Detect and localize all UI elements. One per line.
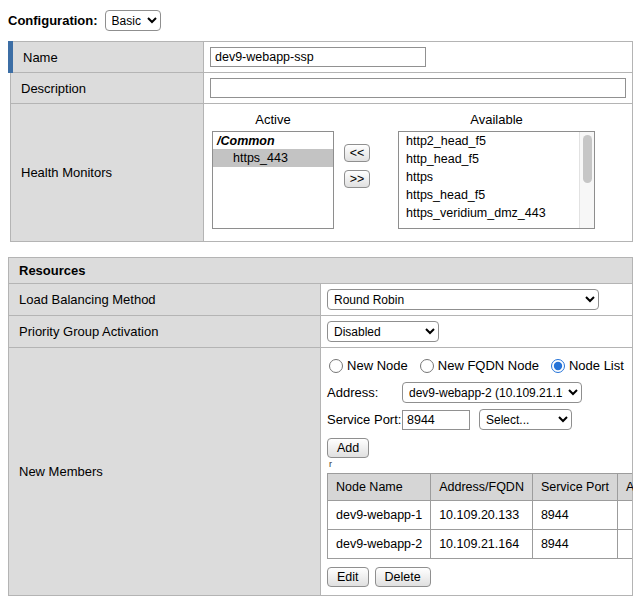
active-monitors-listbox[interactable]: /Common https_443 xyxy=(212,131,334,229)
new-members-radio-group: New Node New FQDN Node Node List xyxy=(327,358,626,373)
member-node-name: dev9-webapp-1 xyxy=(328,501,431,530)
move-to-active-button[interactable]: << xyxy=(344,144,370,162)
service-port-label: Service Port: xyxy=(327,412,402,427)
configuration-label: Configuration: xyxy=(8,13,98,28)
resources-table: Resources Load Balancing Method Round Ro… xyxy=(8,257,633,596)
resources-section-title: Resources xyxy=(9,258,633,284)
members-table-header-row: Node Name Address/FQDN Service Port Auto… xyxy=(328,474,633,501)
new-node-radio[interactable] xyxy=(329,359,343,373)
new-members-row: New Members New Node New FQDN Node Node … xyxy=(9,348,633,596)
available-monitor-item[interactable]: http2_head_f5 xyxy=(399,132,594,150)
resources-header-row: Resources xyxy=(9,258,633,284)
partition-group-label: /Common xyxy=(213,132,333,149)
add-button-row: Add xyxy=(327,438,626,458)
new-fqdn-node-radio-label: New FQDN Node xyxy=(438,358,539,373)
general-properties-table: Name Description Health Monitors Active … xyxy=(8,41,633,242)
edit-button[interactable]: Edit xyxy=(327,567,369,587)
member-service-port: 8944 xyxy=(532,530,617,559)
move-to-available-button[interactable]: >> xyxy=(344,170,370,188)
monitor-move-buttons: << >> xyxy=(344,144,370,188)
member-auto-populate xyxy=(618,530,633,559)
configuration-bar: Configuration: Basic xyxy=(8,10,633,31)
add-button[interactable]: Add xyxy=(327,438,369,458)
load-balancing-method-label: Load Balancing Method xyxy=(9,284,321,316)
address-field-row: Address: dev9-webapp-2 (10.109.21.164) xyxy=(327,382,626,403)
active-list-title: Active xyxy=(212,112,334,127)
address-select[interactable]: dev9-webapp-2 (10.109.21.164) xyxy=(402,382,582,403)
column-header-address-fqdn: Address/FQDN xyxy=(431,474,533,501)
scrollbar-thumb[interactable] xyxy=(583,135,592,183)
address-label: Address: xyxy=(327,385,402,400)
available-monitor-item[interactable]: https_head_f5 xyxy=(399,186,594,204)
new-fqdn-node-radio[interactable] xyxy=(420,359,434,373)
pool-configuration-page: Configuration: Basic Name Description He… xyxy=(0,0,633,608)
available-monitor-item[interactable]: http_head_f5 xyxy=(399,150,594,168)
member-node-name: dev9-webapp-2 xyxy=(328,530,431,559)
member-auto-populate xyxy=(618,501,633,530)
description-row: Description xyxy=(11,73,633,104)
service-port-input[interactable] xyxy=(402,410,470,430)
member-service-port: 8944 xyxy=(532,501,617,530)
radio-new-fqdn-node[interactable]: New FQDN Node xyxy=(420,358,539,373)
stray-text: r xyxy=(327,459,626,470)
member-address: 10.109.21.164 xyxy=(431,530,533,559)
description-label: Description xyxy=(11,73,204,104)
node-list-radio-label: Node List xyxy=(569,358,624,373)
description-input[interactable] xyxy=(210,78,626,98)
column-header-node-name: Node Name xyxy=(328,474,431,501)
priority-group-activation-row: Priority Group Activation Disabled xyxy=(9,316,633,348)
available-monitor-item[interactable]: https xyxy=(399,168,594,186)
available-monitors-listbox[interactable]: http2_head_f5 http_head_f5 https https_h… xyxy=(398,131,595,229)
load-balancing-method-select[interactable]: Round Robin xyxy=(327,289,599,310)
name-input[interactable] xyxy=(210,47,426,67)
delete-button[interactable]: Delete xyxy=(375,567,431,587)
member-row[interactable]: dev9-webapp-2 10.109.21.164 8944 0 xyxy=(328,530,633,559)
member-address: 10.109.20.133 xyxy=(431,501,533,530)
new-node-radio-label: New Node xyxy=(347,358,408,373)
service-port-field-row: Service Port: Select... xyxy=(327,409,626,430)
active-monitor-item[interactable]: https_443 xyxy=(213,149,333,167)
member-row[interactable]: dev9-webapp-1 10.109.20.133 8944 0 xyxy=(328,501,633,530)
name-label: Name xyxy=(11,42,204,73)
radio-new-node[interactable]: New Node xyxy=(329,358,408,373)
new-members-label: New Members xyxy=(9,348,321,596)
available-monitor-item[interactable]: https_veridium_dmz_443 xyxy=(399,204,594,222)
name-row: Name xyxy=(11,42,633,73)
column-header-auto-populate: Auto Populate xyxy=(618,474,633,501)
available-list-title: Available xyxy=(398,112,595,127)
service-port-select[interactable]: Select... xyxy=(479,409,572,430)
configuration-select[interactable]: Basic xyxy=(105,10,161,31)
priority-group-activation-label: Priority Group Activation xyxy=(9,316,321,348)
member-actions-row: Edit Delete xyxy=(327,567,626,587)
node-list-radio[interactable] xyxy=(551,359,565,373)
members-table: Node Name Address/FQDN Service Port Auto… xyxy=(327,473,633,559)
scrollbar[interactable] xyxy=(579,132,594,228)
column-header-service-port: Service Port xyxy=(532,474,617,501)
priority-group-activation-select[interactable]: Disabled xyxy=(327,321,439,342)
health-monitors-label: Health Monitors xyxy=(11,104,204,242)
load-balancing-method-row: Load Balancing Method Round Robin xyxy=(9,284,633,316)
radio-node-list[interactable]: Node List xyxy=(551,358,624,373)
health-monitors-row: Health Monitors Active /Common https_443… xyxy=(11,104,633,242)
